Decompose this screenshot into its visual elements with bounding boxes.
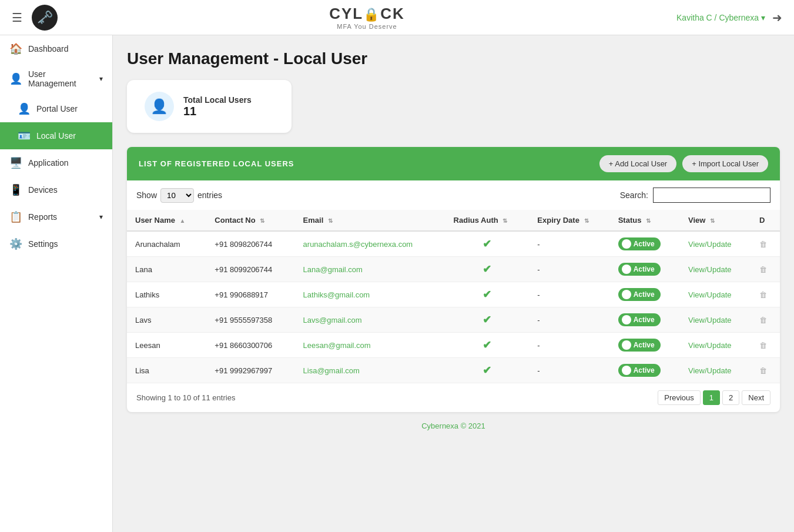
settings-icon: ⚙️	[9, 237, 22, 250]
view-update-link[interactable]: View/Update	[688, 265, 731, 274]
cell-view: View/Update	[680, 358, 751, 383]
page-title: User Management - Local User	[127, 49, 780, 68]
cell-status: Active	[610, 282, 680, 307]
cell-expiry: -	[529, 333, 609, 358]
cell-view: View/Update	[680, 333, 751, 358]
chevron-down-icon-reports: ▾	[99, 213, 103, 221]
cell-status: Active	[610, 358, 680, 383]
cell-username: Leesan	[127, 333, 206, 358]
sidebar-item-portal-user[interactable]: 👤 Portal User	[0, 95, 112, 122]
toggle-circle	[622, 315, 631, 324]
chevron-down-icon: ▾	[99, 75, 103, 83]
delete-icon[interactable]: 🗑	[759, 240, 767, 249]
main-layout: 🏠 Dashboard 👤 User Management ▾ 👤 Portal…	[0, 35, 794, 532]
delete-icon[interactable]: 🗑	[759, 316, 767, 324]
cell-radius: ✔	[445, 307, 530, 333]
sidebar: 🏠 Dashboard 👤 User Management ▾ 👤 Portal…	[0, 35, 113, 532]
pagination-row: Showing 1 to 10 of 11 entries Previous 1…	[127, 383, 780, 412]
hamburger-icon[interactable]: ☰	[12, 11, 22, 25]
status-toggle[interactable]: Active	[618, 313, 661, 326]
cell-delete: 🗑	[751, 231, 780, 257]
sidebar-item-user-management[interactable]: 👤 User Management ▾	[0, 62, 112, 95]
table-row: Lathiks +91 990688917 Lathiks@gmail.com …	[127, 282, 780, 307]
sidebar-label-dashboard: Dashboard	[28, 44, 69, 53]
check-icon: ✔	[483, 314, 491, 326]
status-toggle[interactable]: Active	[618, 288, 661, 301]
cell-expiry: -	[529, 282, 609, 307]
delete-icon[interactable]: 🗑	[759, 366, 767, 375]
table-section: LIST OF REGISTERED LOCAL USERS + Add Loc…	[127, 147, 780, 412]
sidebar-item-dashboard[interactable]: 🏠 Dashboard	[0, 35, 112, 62]
view-update-link[interactable]: View/Update	[688, 240, 731, 249]
cell-radius: ✔	[445, 282, 530, 307]
table-header: LIST OF REGISTERED LOCAL USERS + Add Loc…	[127, 147, 780, 180]
cell-contact: +91 8098206744	[206, 231, 294, 257]
devices-icon: 📱	[9, 183, 22, 196]
view-update-link[interactable]: View/Update	[688, 366, 731, 375]
check-icon: ✔	[483, 238, 491, 250]
sidebar-item-reports[interactable]: 📋 Reports ▾	[0, 203, 112, 230]
sidebar-item-local-user[interactable]: 🪪 Local User	[0, 122, 112, 149]
cell-view: View/Update	[680, 231, 751, 257]
user-account-label[interactable]: Kavitha C / Cybernexa ▾	[676, 13, 765, 22]
app-logo-icon: 🗝️	[32, 5, 58, 31]
view-update-link[interactable]: View/Update	[688, 316, 731, 324]
stats-count: 11	[183, 105, 252, 118]
table-row: Lisa +91 9992967997 Lisa@gmail.com ✔ - A…	[127, 358, 780, 383]
sidebar-item-application[interactable]: 🖥️ Application	[0, 149, 112, 176]
status-toggle[interactable]: Active	[618, 364, 661, 377]
toggle-circle	[622, 290, 631, 299]
user-management-icon: 👤	[9, 72, 22, 85]
import-local-user-button[interactable]: + Import Local User	[682, 155, 768, 172]
toggle-circle	[622, 239, 631, 249]
sidebar-label-local-user: Local User	[36, 131, 76, 140]
cell-delete: 🗑	[751, 257, 780, 282]
search-input[interactable]	[653, 188, 770, 203]
check-icon: ✔	[483, 339, 491, 351]
sidebar-label-application: Application	[28, 158, 69, 168]
status-toggle[interactable]: Active	[618, 339, 661, 352]
view-update-link[interactable]: View/Update	[688, 341, 731, 350]
status-toggle[interactable]: Active	[618, 237, 661, 250]
sidebar-item-devices[interactable]: 📱 Devices	[0, 176, 112, 203]
delete-icon[interactable]: 🗑	[759, 341, 767, 350]
cell-username: Lavs	[127, 307, 206, 333]
check-icon: ✔	[483, 263, 491, 275]
cell-email: Lathiks@gmail.com	[295, 282, 445, 307]
logout-icon[interactable]: ➜	[772, 11, 782, 25]
cell-email: arunachalam.s@cybernexa.com	[295, 231, 445, 257]
table-row: Leesan +91 8660300706 Leesan@gmail.com ✔…	[127, 333, 780, 358]
pagination-previous[interactable]: Previous	[658, 390, 701, 405]
check-icon: ✔	[483, 364, 491, 376]
entries-suffix: entries	[197, 190, 222, 200]
application-icon: 🖥️	[9, 156, 22, 169]
add-local-user-button[interactable]: + Add Local User	[599, 155, 676, 172]
table-header-row: User Name ▲ Contact No ⇅ Email ⇅ Radius …	[127, 210, 780, 231]
col-radius: Radius Auth ⇅	[445, 210, 530, 231]
show-entries-label: Show	[136, 190, 157, 200]
cell-delete: 🗑	[751, 333, 780, 358]
cell-radius: ✔	[445, 231, 530, 257]
check-icon: ✔	[483, 289, 491, 300]
cell-view: View/Update	[680, 257, 751, 282]
pagination-page-2[interactable]: 2	[722, 390, 739, 405]
cell-username: Lathiks	[127, 282, 206, 307]
cell-username: Lana	[127, 257, 206, 282]
reports-icon: 📋	[9, 210, 22, 223]
sidebar-item-settings[interactable]: ⚙️ Settings	[0, 230, 112, 257]
search-label: Search:	[620, 190, 648, 200]
view-update-link[interactable]: View/Update	[688, 290, 731, 299]
pagination-next[interactable]: Next	[742, 390, 770, 405]
cell-status: Active	[610, 257, 680, 282]
table-scroll-container[interactable]: User Name ▲ Contact No ⇅ Email ⇅ Radius …	[127, 210, 780, 383]
delete-icon[interactable]: 🗑	[759, 290, 767, 299]
cell-status: Active	[610, 333, 680, 358]
delete-icon[interactable]: 🗑	[759, 265, 767, 274]
logo-subtitle: MFA You Deserve	[337, 23, 397, 30]
entries-select[interactable]: 10 25 50 100	[160, 188, 194, 203]
table-header-actions: + Add Local User + Import Local User	[599, 155, 768, 172]
status-toggle[interactable]: Active	[618, 263, 661, 276]
pagination-page-1[interactable]: 1	[703, 390, 720, 405]
col-expiry: Expiry Date ⇅	[529, 210, 609, 231]
footer-text: Cybernexa © 2021	[421, 421, 485, 430]
